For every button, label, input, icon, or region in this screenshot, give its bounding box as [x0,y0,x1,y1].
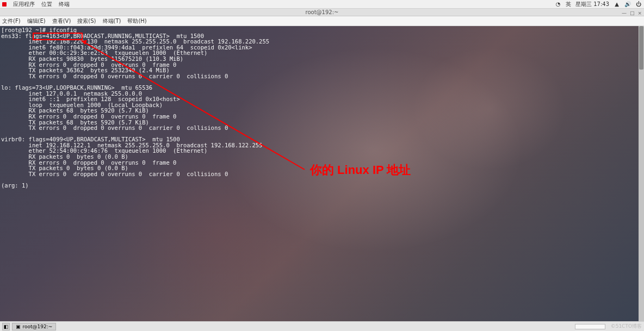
taskbar-window-button[interactable]: ▣ root@192:~ [12,323,56,330]
window-title: root@192:~ [306,9,339,15]
terminal-scrollbar[interactable] [639,26,644,321]
menu-view[interactable]: 查看(V) [52,17,71,25]
scrollbar-thumb[interactable] [639,26,643,70]
menu-help[interactable]: 帮助(H) [127,17,146,25]
taskbar-window-label: root@192:~ [23,324,53,329]
close-button[interactable]: × [637,9,642,17]
menu-file[interactable]: 文件(F) [2,17,21,25]
desktop-icon: ◧ [4,324,9,329]
workspace-switcher[interactable] [575,324,605,329]
menu-edit[interactable]: 编辑(E) [27,17,46,25]
clock[interactable]: 星期三 17:43 [575,1,609,8]
speaker-icon[interactable]: 🔊 [624,1,631,8]
input-method-indicator[interactable]: 英 [566,1,571,8]
minimize-button[interactable]: — [622,9,627,17]
terminal-menubar: 文件(F) 编辑(E) 查看(V) 搜索(S) 终端(T) 帮助(H) [0,16,644,26]
bottom-taskbar: ◧ ▣ root@192:~ ©51CTO博客 [0,321,644,331]
network-icon[interactable]: ▲ [614,1,620,8]
places-menu[interactable]: 位置 [41,1,52,8]
tray-sys-icon[interactable]: ◔ [555,1,561,8]
menu-search[interactable]: 搜索(S) [77,17,96,25]
maximize-button[interactable]: □ [630,9,635,17]
terminal-menu[interactable]: 终端 [59,1,70,8]
activities-logo[interactable] [2,2,7,7]
menu-terminal[interactable]: 终端(T) [103,17,121,25]
window-titlebar[interactable]: root@192:~ — □ × [0,9,644,16]
terminal-app-icon: ▣ [16,324,21,329]
show-desktop-button[interactable]: ◧ [2,323,10,330]
watermark: ©51CTO博客 [611,323,642,330]
applications-menu[interactable]: 应用程序 [13,1,35,8]
annotation-label: 你的 Linux IP 地址 [310,162,411,178]
power-icon[interactable]: ⏻ [635,1,642,8]
top-panel: 应用程序 位置 终端 ◔ 英 星期三 17:43 ▲ 🔊 ⏻ [0,0,644,9]
terminal-viewport[interactable]: [root@192 ~]# ifconfig ens33: flags=4163… [0,26,644,321]
